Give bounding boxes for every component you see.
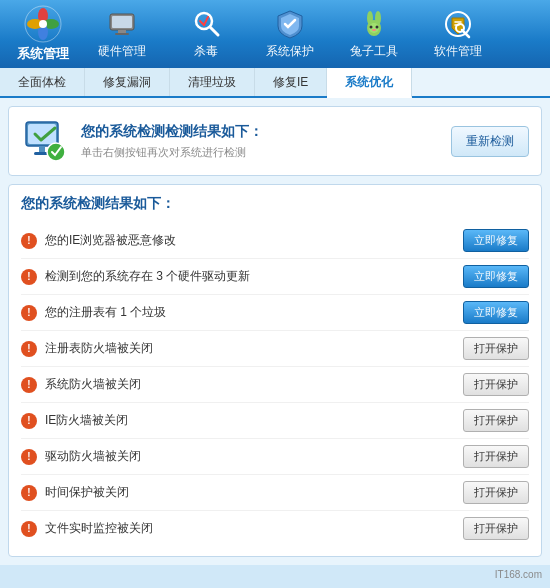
table-row: !IE防火墙被关闭打开保护 [21,403,529,439]
nav-hardware-label: 硬件管理 [98,43,146,60]
result-text: 注册表防火墙被关闭 [45,340,463,357]
warning-icon: ! [21,521,37,537]
svg-line-13 [204,17,208,25]
app-logo[interactable]: 系统管理 [8,5,78,63]
svg-point-19 [376,26,379,29]
result-text: 您的注册表有 1 个垃圾 [45,304,463,321]
protect-button[interactable]: 打开保护 [463,409,529,432]
result-text: 您的IE浏览器被恶意修改 [45,232,463,249]
results-panel: 您的系统检测结果如下： !您的IE浏览器被恶意修改立即修复!检测到您的系统存在 … [8,184,542,557]
tools-icon [357,8,391,40]
warning-icon: ! [21,485,37,501]
fix-button[interactable]: 立即修复 [463,229,529,252]
warning-icon: ! [21,269,37,285]
fix-button[interactable]: 立即修复 [463,301,529,324]
scan-banner-subtitle: 单击右侧按钮再次对系统进行检测 [81,145,451,160]
warning-icon: ! [21,233,37,249]
nav-software[interactable]: 软件管理 [418,5,498,63]
table-row: !注册表防火墙被关闭打开保护 [21,331,529,367]
nav-antivirus-label: 杀毒 [194,43,218,60]
protection-icon [273,8,307,40]
rescan-button[interactable]: 重新检测 [451,126,529,157]
nav-tools-label: 兔子工具 [350,43,398,60]
table-row: !时间保护被关闭打开保护 [21,475,529,511]
protect-button[interactable]: 打开保护 [463,481,529,504]
logo-label: 系统管理 [17,45,69,63]
protect-button[interactable]: 打开保护 [463,517,529,540]
tab-quanmian[interactable]: 全面体检 [0,68,85,96]
logo-icon [24,5,62,43]
svg-rect-8 [118,30,126,33]
svg-point-18 [370,26,373,29]
scan-banner-text: 您的系统检测检测结果如下： 单击右侧按钮再次对系统进行检测 [81,123,451,160]
nav-software-label: 软件管理 [434,43,482,60]
nav-antivirus[interactable]: 杀毒 [166,5,246,63]
results-title: 您的系统检测结果如下： [21,195,529,213]
content-area: 您的系统检测检测结果如下： 单击右侧按钮再次对系统进行检测 重新检测 您的系统检… [0,98,550,565]
svg-point-15 [367,11,373,25]
result-text: 时间保护被关闭 [45,484,463,501]
result-text: 系统防火墙被关闭 [45,376,463,393]
tab-xitong-youhua[interactable]: 系统优化 [327,68,412,98]
nav-protection[interactable]: 系统保护 [250,5,330,63]
svg-rect-26 [39,146,45,152]
table-row: !系统防火墙被关闭打开保护 [21,367,529,403]
svg-rect-7 [112,16,132,28]
result-text: 检测到您的系统存在 3 个硬件驱动更新 [45,268,463,285]
svg-point-16 [375,11,381,25]
svg-point-20 [372,29,376,31]
fix-button[interactable]: 立即修复 [463,265,529,288]
svg-point-5 [39,20,47,28]
scan-banner-title: 您的系统检测检测结果如下： [81,123,451,141]
tabs-bar: 全面体检 修复漏洞 清理垃圾 修复IE 系统优化 [0,68,550,98]
tab-qingli-laji[interactable]: 清理垃圾 [170,68,255,96]
warning-icon: ! [21,305,37,321]
table-row: !您的注册表有 1 个垃圾立即修复 [21,295,529,331]
nav-protection-label: 系统保护 [266,43,314,60]
result-text: IE防火墙被关闭 [45,412,463,429]
monitor-icon [21,117,69,165]
antivirus-icon [189,8,223,40]
nav-hardware[interactable]: 硬件管理 [82,5,162,63]
protect-button[interactable]: 打开保护 [463,337,529,360]
top-navigation: 系统管理 硬件管理 杀毒 [0,0,550,68]
tab-xiufu-ie[interactable]: 修复IE [255,68,327,96]
tab-xiufu-loudong[interactable]: 修复漏洞 [85,68,170,96]
warning-icon: ! [21,449,37,465]
table-row: !驱动防火墙被关闭打开保护 [21,439,529,475]
result-text: 文件实时监控被关闭 [45,520,463,537]
protect-button[interactable]: 打开保护 [463,445,529,468]
result-text: 驱动防火墙被关闭 [45,448,463,465]
table-row: !检测到您的系统存在 3 个硬件驱动更新立即修复 [21,259,529,295]
warning-icon: ! [21,341,37,357]
results-list: !您的IE浏览器被恶意修改立即修复!检测到您的系统存在 3 个硬件驱动更新立即修… [21,223,529,546]
nav-tools[interactable]: 兔子工具 [334,5,414,63]
table-row: !文件实时监控被关闭打开保护 [21,511,529,546]
warning-icon: ! [21,413,37,429]
table-row: !您的IE浏览器被恶意修改立即修复 [21,223,529,259]
svg-rect-9 [115,33,129,35]
svg-line-11 [210,27,218,35]
hardware-icon [105,8,139,40]
software-icon [441,8,475,40]
footer-watermark: IT168.com [0,565,550,582]
warning-icon: ! [21,377,37,393]
scan-banner: 您的系统检测检测结果如下： 单击右侧按钮再次对系统进行检测 重新检测 [8,106,542,176]
protect-button[interactable]: 打开保护 [463,373,529,396]
svg-point-28 [47,143,65,161]
